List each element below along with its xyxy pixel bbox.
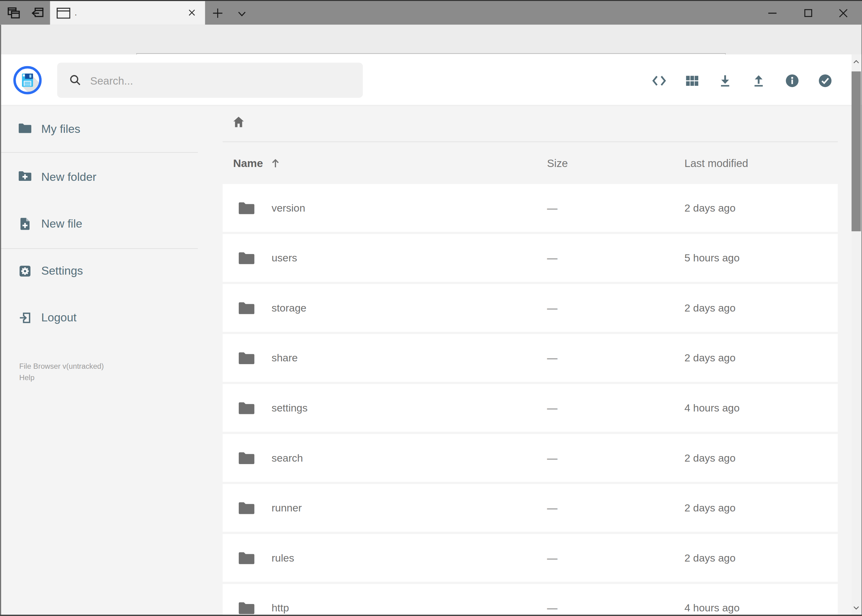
column-header-label: Name [233, 157, 263, 170]
file-modified: 4 hours ago [684, 602, 739, 614]
settings-gear-icon [18, 264, 32, 278]
sidebar-item-label: Logout [41, 311, 77, 324]
app-version-text: File Browser v(untracked) [19, 361, 104, 372]
file-size: — [547, 352, 557, 364]
sidebar-item-logout[interactable]: Logout [0, 302, 214, 333]
sidebar-item-label: New file [41, 217, 82, 230]
browser-window: . [0, 0, 862, 616]
chevron-down-icon[interactable] [238, 11, 246, 17]
column-header-label: Size [547, 157, 568, 170]
file-modified: 4 hours ago [684, 402, 739, 414]
app-body: My files New folder New file Sett [0, 105, 862, 615]
sidebar-divider [0, 152, 198, 153]
sidebar-item-label: Settings [41, 264, 83, 277]
folder-icon [18, 122, 32, 136]
file-name: search [271, 452, 303, 464]
sidebar-item-label: New folder [41, 170, 96, 184]
info-icon[interactable] [781, 70, 803, 92]
grid-view-icon[interactable] [681, 70, 703, 92]
file-modified: 2 days ago [684, 352, 736, 364]
title-bar: . [0, 1, 862, 25]
new-file-icon [18, 217, 32, 231]
window-bottom-border [0, 615, 862, 616]
sidebar-item-settings[interactable]: Settings [0, 256, 214, 286]
file-size: — [547, 402, 557, 414]
table-row[interactable]: settings — 4 hours ago [222, 384, 838, 432]
page-scrollbar[interactable] [851, 55, 861, 615]
scrollbar-thumb[interactable] [851, 71, 861, 231]
window-left-border [0, 25, 1, 615]
file-modified: 2 days ago [684, 302, 736, 314]
folder-icon [238, 551, 255, 565]
sidebar-item-my-files[interactable]: My files [0, 114, 214, 145]
file-size: — [547, 502, 557, 514]
table-row[interactable]: version — 2 days ago [222, 184, 838, 232]
browser-tab[interactable]: . [50, 1, 205, 25]
maximize-icon[interactable] [803, 8, 814, 18]
sidebar-item-new-file[interactable]: New file [0, 208, 214, 239]
file-modified: 2 days ago [684, 552, 736, 564]
sidebar: My files New folder New file Sett [0, 105, 222, 615]
scroll-up-icon[interactable] [851, 55, 861, 69]
file-list: version — 2 days ago users — 5 hours ago… [222, 184, 838, 615]
folder-icon [238, 401, 255, 415]
file-size: — [547, 252, 557, 264]
search-bar[interactable] [57, 63, 363, 98]
table-row[interactable]: share — 2 days ago [222, 334, 838, 382]
file-size: — [547, 552, 557, 564]
table-row[interactable]: http — 4 hours ago [222, 584, 838, 615]
folder-icon [238, 600, 255, 615]
upload-icon[interactable] [747, 70, 769, 92]
tab-preview-icon[interactable] [6, 6, 20, 20]
set-tabs-aside-icon[interactable] [30, 6, 44, 20]
app-header [0, 55, 862, 105]
file-modified: 2 days ago [684, 202, 736, 214]
table-row[interactable]: users — 5 hours ago [222, 234, 838, 282]
help-link[interactable]: Help [19, 372, 104, 383]
code-view-icon[interactable] [648, 70, 670, 92]
folder-icon [238, 301, 255, 315]
column-header-modified[interactable]: Last modified [684, 157, 748, 170]
file-name: rules [271, 552, 294, 564]
file-modified: 5 hours ago [684, 252, 739, 264]
close-tab-icon[interactable] [188, 8, 196, 17]
table-row[interactable]: rules — 2 days ago [222, 534, 838, 581]
new-tab-icon[interactable] [212, 8, 224, 19]
file-name: http [271, 602, 289, 614]
arrow-up-icon [269, 157, 282, 169]
select-check-icon[interactable] [814, 70, 836, 92]
file-size: — [547, 302, 557, 314]
tab-title: . [75, 1, 77, 25]
sidebar-footer: File Browser v(untracked) Help [19, 361, 104, 383]
page-icon [57, 8, 71, 19]
file-size: — [547, 452, 557, 464]
minimize-icon[interactable] [767, 8, 778, 18]
column-header-size[interactable]: Size [547, 157, 568, 170]
folder-icon [238, 251, 255, 265]
table-row[interactable]: storage — 2 days ago [222, 284, 838, 332]
folder-icon [238, 501, 255, 515]
scroll-down-icon[interactable] [851, 600, 861, 614]
file-size: — [547, 602, 557, 614]
download-icon[interactable] [714, 70, 736, 92]
folder-icon [238, 351, 255, 365]
file-modified: 2 days ago [684, 452, 736, 464]
search-icon [69, 74, 81, 86]
filebrowser-logo[interactable] [13, 66, 42, 94]
file-name: version [271, 202, 305, 214]
folder-icon [238, 201, 255, 215]
file-name: users [271, 252, 297, 264]
close-window-icon[interactable] [838, 8, 849, 18]
breadcrumb-home-icon[interactable] [232, 115, 246, 129]
column-header-label: Last modified [684, 157, 748, 170]
column-header-name[interactable]: Name [233, 157, 282, 170]
sidebar-item-new-folder[interactable]: New folder [0, 162, 214, 192]
table-row[interactable]: search — 2 days ago [222, 434, 838, 482]
breadcrumb-divider [222, 141, 838, 142]
file-name: share [271, 352, 298, 364]
search-input[interactable] [89, 63, 355, 99]
browser-nav-bar: filebrowser.web/files/ [0, 25, 862, 54]
file-size: — [547, 202, 557, 214]
file-modified: 2 days ago [684, 502, 736, 514]
table-row[interactable]: runner — 2 days ago [222, 484, 838, 532]
